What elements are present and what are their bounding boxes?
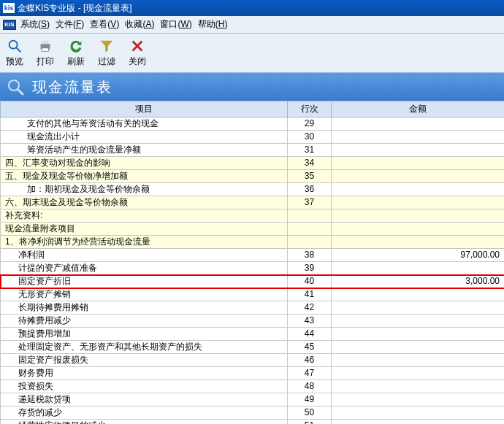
cell-amount — [332, 131, 505, 144]
preview-button[interactable]: 预览 — [3, 36, 26, 69]
app-icon: kis — [3, 3, 15, 13]
cell-amount — [332, 301, 505, 315]
magnify-icon — [6, 77, 25, 96]
table-row[interactable]: 经营性应收项目的减少51 — [1, 420, 505, 425]
cell-amount — [332, 183, 505, 196]
cell-line: 47 — [288, 367, 332, 380]
col-item[interactable]: 项目 — [1, 101, 288, 117]
menu-bar: KIS 系统(S)文件(F)查看(V)收藏(A)窗口(W)帮助(H) — [0, 16, 504, 34]
table-row[interactable]: 筹资活动产生的现金流量净额31 — [1, 144, 505, 157]
cell-amount — [332, 420, 505, 425]
menu-h[interactable]: 帮助(H) — [198, 18, 228, 31]
page-header: 现金流量表 — [0, 73, 504, 101]
table-row[interactable]: 预提费用增加44 — [1, 328, 505, 341]
cell-item: 无形资产摊销 — [1, 288, 288, 301]
cell-item: 四、汇率变动对现金的影响 — [1, 157, 288, 170]
table-row[interactable]: 补充资料: — [1, 209, 505, 223]
table-row[interactable]: 长期待摊费用摊销42 — [1, 301, 505, 315]
cell-item: 现金流出小计 — [1, 131, 288, 144]
cell-line: 51 — [288, 420, 332, 425]
table-row[interactable]: 计提的资产减值准备39 — [1, 262, 505, 275]
table-row[interactable]: 现金流量附表项目 — [1, 223, 505, 236]
cell-line: 29 — [288, 117, 332, 131]
kis-icon: KIS — [3, 20, 16, 30]
cell-amount — [332, 157, 505, 170]
cell-amount — [332, 170, 505, 183]
table-row[interactable]: 存货的减少50 — [1, 406, 505, 420]
cell-line — [288, 209, 332, 223]
cell-amount — [332, 288, 505, 301]
table-row[interactable]: 四、汇率变动对现金的影响34 — [1, 157, 505, 170]
cell-item: 加：期初现金及现金等价物余额 — [1, 183, 288, 196]
cell-item: 财务费用 — [1, 367, 288, 380]
menu-v[interactable]: 查看(V) — [90, 18, 119, 31]
cell-line: 48 — [288, 380, 332, 393]
window-title: 金蝶KIS专业版 - [现金流量表] — [18, 2, 132, 15]
cell-amount — [332, 196, 505, 209]
cell-line: 46 — [288, 354, 332, 367]
print-button[interactable]: 打印 — [34, 36, 57, 69]
menu-w[interactable]: 窗口(W) — [160, 18, 191, 31]
cell-amount — [332, 117, 505, 131]
table-row[interactable]: 处理固定资产、无形资产和其他长期资产的损失45 — [1, 341, 505, 354]
cell-item: 经营性应收项目的减少 — [1, 420, 288, 425]
svg-line-1 — [17, 48, 21, 53]
cell-amount — [332, 236, 505, 249]
menu-s[interactable]: 系统(S) — [20, 18, 50, 31]
menu-a[interactable]: 收藏(A) — [125, 18, 154, 31]
preview-icon — [7, 38, 23, 54]
cell-amount — [332, 393, 505, 406]
cell-item: 五、现金及现金等价物净增加额 — [1, 170, 288, 183]
cell-amount — [332, 367, 505, 380]
table-row[interactable]: 支付的其他与筹资活动有关的现金29 — [1, 117, 505, 131]
cell-line: 49 — [288, 393, 332, 406]
page-title: 现金流量表 — [32, 77, 112, 97]
cell-line: 44 — [288, 328, 332, 341]
table-row[interactable]: 无形资产摊销41 — [1, 288, 505, 301]
col-amount[interactable]: 金额 — [332, 101, 505, 117]
cell-amount — [332, 223, 505, 236]
table-row[interactable]: 1、将净利润调节为经营活动现金流量 — [1, 236, 505, 249]
cell-item: 固定资产报废损失 — [1, 354, 288, 367]
cell-line: 42 — [288, 301, 332, 315]
table-row[interactable]: 投资损失48 — [1, 380, 505, 393]
close-button[interactable]: 关闭 — [126, 36, 149, 69]
window-titlebar: kis 金蝶KIS专业版 - [现金流量表] — [0, 0, 504, 16]
cell-amount: 3,000.00 — [332, 275, 505, 288]
table-row[interactable]: 六、期末现金及现金等价物余额37 — [1, 196, 505, 209]
cell-item: 递延税款贷项 — [1, 393, 288, 406]
table-row[interactable]: 五、现金及现金等价物净增加额35 — [1, 170, 505, 183]
svg-line-8 — [18, 90, 23, 94]
table-row[interactable]: 固定资产折旧403,000.00 — [1, 275, 505, 288]
toolbar: 预览 打印 刷新 过滤 关闭 — [0, 34, 504, 73]
cell-amount — [332, 380, 505, 393]
cell-line: 38 — [288, 249, 332, 262]
cell-amount — [332, 354, 505, 367]
cell-item: 现金流量附表项目 — [1, 223, 288, 236]
menu-f[interactable]: 文件(F) — [56, 18, 84, 31]
cell-line: 34 — [288, 157, 332, 170]
table-row[interactable]: 递延税款贷项49 — [1, 393, 505, 406]
table-row[interactable]: 待摊费用减少43 — [1, 315, 505, 328]
table-row[interactable]: 加：期初现金及现金等价物余额36 — [1, 183, 505, 196]
cell-item: 待摊费用减少 — [1, 315, 288, 328]
filter-button[interactable]: 过滤 — [95, 36, 118, 69]
cell-amount — [332, 406, 505, 420]
cell-line: 41 — [288, 288, 332, 301]
print-icon — [37, 38, 53, 54]
refresh-icon — [68, 38, 84, 54]
cell-amount — [332, 341, 505, 354]
cell-item: 六、期末现金及现金等价物余额 — [1, 196, 288, 209]
table-row[interactable]: 现金流出小计30 — [1, 131, 505, 144]
col-line[interactable]: 行次 — [288, 101, 332, 117]
cell-line: 31 — [288, 144, 332, 157]
cell-item: 筹资活动产生的现金流量净额 — [1, 144, 288, 157]
cell-line: 35 — [288, 170, 332, 183]
refresh-button[interactable]: 刷新 — [64, 36, 88, 69]
cell-line — [288, 223, 332, 236]
table-row[interactable]: 固定资产报废损失46 — [1, 354, 505, 367]
table-row[interactable]: 财务费用47 — [1, 367, 505, 380]
cell-amount — [332, 209, 505, 223]
cell-line: 39 — [288, 262, 332, 275]
table-row[interactable]: 净利润3897,000.00 — [1, 249, 505, 262]
